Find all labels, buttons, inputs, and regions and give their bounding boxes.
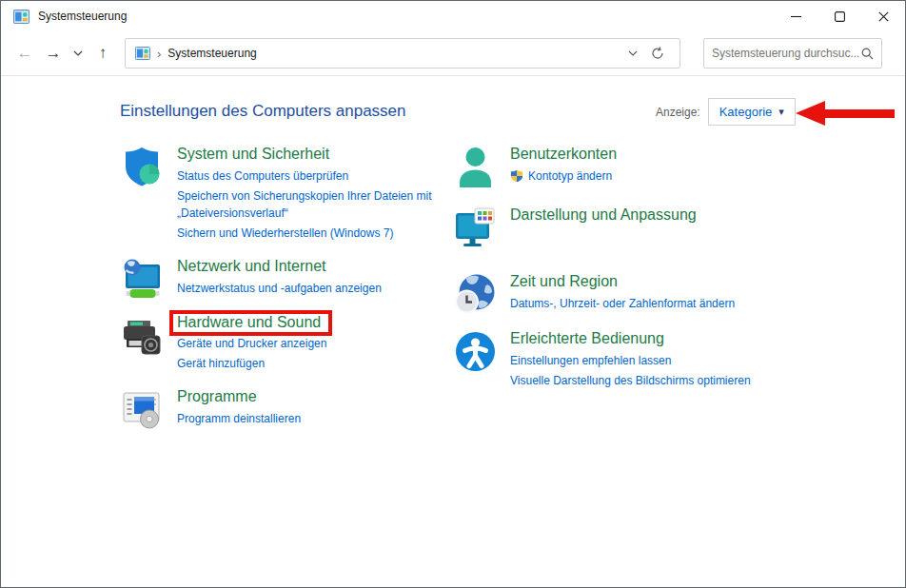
annotation-red-box: Hardware und Sound <box>169 310 332 336</box>
task-link-with-uac[interactable]: Kontotyp ändern <box>510 167 617 185</box>
control-panel-icon <box>13 9 30 25</box>
view-by-value: Kategorie <box>719 105 773 119</box>
window-title: Systemsteuerung <box>38 10 127 23</box>
task-link[interactable]: Status des Computers überprüfen <box>177 167 453 185</box>
programs-icon[interactable] <box>120 387 165 432</box>
task-link[interactable]: Speichern von Sicherungskopien Ihrer Dat… <box>177 187 453 222</box>
control-panel-window: Systemsteuerung ← → ↑ <box>0 0 906 588</box>
back-icon[interactable]: ← <box>10 39 39 68</box>
accessibility-icon[interactable] <box>453 329 498 374</box>
breadcrumb[interactable]: Systemsteuerung <box>167 47 256 60</box>
search-icon[interactable] <box>861 48 874 60</box>
category-system-security: System und Sicherheit Status des Compute… <box>120 145 453 245</box>
category-title[interactable]: System und Sicherheit <box>177 146 329 163</box>
address-bar[interactable]: › Systemsteuerung <box>125 38 680 69</box>
category-title[interactable]: Zeit und Region <box>510 273 618 290</box>
category-programs: Programme Programm deinstallieren <box>120 387 453 432</box>
task-link[interactable]: Visuelle Darstellung des Bildschirms opt… <box>510 372 751 389</box>
minimize-button[interactable] <box>774 1 817 31</box>
category-list: System und Sicherheit Status des Compute… <box>120 145 751 444</box>
close-button[interactable] <box>861 1 905 31</box>
address-dropdown-chevron-icon[interactable] <box>620 41 645 66</box>
control-panel-icon <box>135 46 150 61</box>
category-hardware-sound: Hardware und Sound Geräte und Drucker an… <box>120 314 453 375</box>
task-link[interactable]: Gerät hinzufügen <box>177 355 332 372</box>
uac-shield-icon <box>510 169 523 183</box>
category-column-left: System und Sicherheit Status des Compute… <box>120 145 453 444</box>
view-by-label: Anzeige: <box>656 106 700 119</box>
category-title[interactable]: Programme <box>177 388 257 405</box>
red-arrow-tail <box>822 109 895 118</box>
network-icon[interactable] <box>120 257 165 302</box>
category-column-right: Benutzerkonten Kontotyp ändern <box>453 145 751 444</box>
printer-speaker-icon[interactable] <box>120 314 165 359</box>
category-ease-of-access: Erleichterte Bedienung Einstellungen emp… <box>453 329 751 392</box>
navigation-bar: ← → ↑ › Systemsteuerung <box>1 31 905 75</box>
titlebar: Systemsteuerung <box>1 1 905 31</box>
annotation-red-arrow <box>796 100 906 127</box>
category-clock-region: Zeit und Region Datums-, Uhrzeit- oder Z… <box>453 272 751 317</box>
page-title: Einstellungen des Computers anpassen <box>120 102 406 121</box>
task-link-label: Kontotyp ändern <box>528 167 612 185</box>
category-network-internet: Netzwerk und Internet Netzwerkstatus und… <box>120 257 453 302</box>
task-link[interactable]: Sichern und Wiederherstellen (Windows 7) <box>177 225 453 242</box>
recent-pages-chevron-icon[interactable] <box>68 39 89 68</box>
control-panel-home: Einstellungen des Computers anpassen Anz… <box>1 76 905 587</box>
search-box <box>703 38 882 69</box>
category-title[interactable]: Erleichterte Bedienung <box>510 330 664 347</box>
up-icon[interactable]: ↑ <box>89 39 117 68</box>
task-link[interactable]: Geräte und Drucker anzeigen <box>177 335 332 352</box>
user-icon[interactable] <box>453 145 498 189</box>
task-link[interactable]: Datums-, Uhrzeit- oder Zahlenformat ände… <box>510 295 735 312</box>
category-title[interactable]: Hardware und Sound <box>177 314 321 331</box>
view-by-control: Anzeige: Kategorie ▾ <box>656 98 796 126</box>
category-appearance-personalization: Darstellung und Anpassung <box>453 206 751 250</box>
maximize-button[interactable] <box>817 1 861 31</box>
shield-icon[interactable] <box>120 145 165 189</box>
red-arrow-head <box>796 101 825 126</box>
category-title[interactable]: Netzwerk und Internet <box>177 258 326 275</box>
clock-globe-icon[interactable] <box>453 272 498 317</box>
task-link[interactable]: Einstellungen empfehlen lassen <box>510 352 751 369</box>
search-input[interactable] <box>712 47 861 60</box>
display-icon[interactable] <box>453 206 498 250</box>
category-title[interactable]: Darstellung und Anpassung <box>510 206 697 224</box>
dropdown-caret-icon: ▾ <box>778 106 784 118</box>
view-by-dropdown[interactable]: Kategorie ▾ <box>708 98 796 126</box>
category-user-accounts: Benutzerkonten Kontotyp ändern <box>453 145 751 189</box>
category-title[interactable]: Benutzerkonten <box>510 146 617 163</box>
breadcrumb-chevron-icon: › <box>157 47 161 61</box>
task-link[interactable]: Netzwerkstatus und -aufgaben anzeigen <box>177 280 382 297</box>
refresh-icon[interactable] <box>645 41 670 66</box>
task-link[interactable]: Programm deinstallieren <box>177 410 301 427</box>
forward-icon[interactable]: → <box>39 39 68 68</box>
